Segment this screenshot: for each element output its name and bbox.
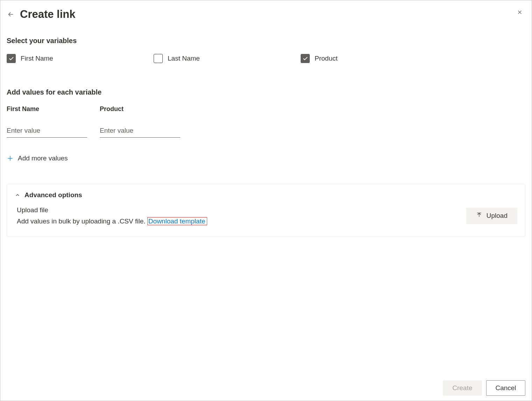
add-values-heading: Add values for each variable	[7, 88, 525, 96]
create-button[interactable]: Create	[443, 380, 482, 396]
field-label: Product	[100, 105, 180, 113]
upload-description: Add values in bulk by uploading a .CSV f…	[17, 217, 147, 225]
checkbox-label: First Name	[21, 55, 53, 62]
back-arrow-icon[interactable]	[7, 10, 15, 19]
product-input[interactable]	[100, 125, 180, 138]
upload-button[interactable]: Upload	[466, 208, 517, 224]
upload-file-label: Upload file	[17, 205, 207, 216]
checkbox-input[interactable]	[301, 54, 310, 63]
upload-info: Upload file Add values in bulk by upload…	[17, 205, 207, 227]
product-field: Product	[100, 105, 180, 138]
plus-icon	[7, 155, 14, 162]
upload-arrow-icon	[476, 212, 482, 220]
add-more-label: Add more values	[18, 154, 68, 162]
select-variables-heading: Select your variables	[7, 37, 525, 45]
advanced-options-toggle[interactable]: Advanced options	[15, 191, 517, 199]
cancel-button[interactable]: Cancel	[486, 380, 525, 396]
page-title: Create link	[20, 8, 76, 21]
checkbox-product[interactable]: Product	[301, 54, 448, 63]
advanced-options-card: Advanced options Upload file Add values …	[7, 184, 525, 237]
first-name-input[interactable]	[7, 125, 87, 138]
first-name-field: First Name	[7, 105, 87, 138]
checkbox-last-name[interactable]: Last Name	[154, 54, 301, 63]
checkbox-input[interactable]	[154, 54, 163, 63]
value-fields-row: First Name Product	[7, 105, 525, 138]
download-template-link[interactable]: Download template	[147, 217, 207, 225]
add-more-values-button[interactable]: Add more values	[7, 154, 525, 162]
footer-actions: Create Cancel	[443, 380, 525, 396]
variables-checkbox-row: First Name Last Name Product	[7, 54, 525, 63]
chevron-up-icon	[15, 192, 20, 198]
field-label: First Name	[7, 105, 87, 113]
checkbox-input[interactable]	[7, 54, 16, 63]
checkbox-first-name[interactable]: First Name	[7, 54, 154, 63]
upload-button-label: Upload	[486, 212, 507, 220]
advanced-options-title: Advanced options	[24, 191, 82, 199]
checkbox-label: Product	[315, 55, 337, 62]
close-icon[interactable]	[516, 8, 524, 16]
checkbox-label: Last Name	[168, 55, 200, 62]
